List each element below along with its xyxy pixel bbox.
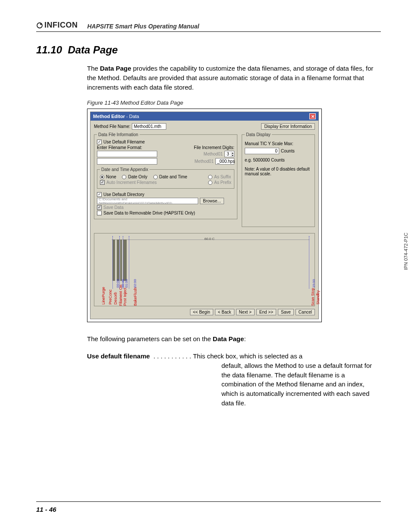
browse-button[interactable]: Browse...	[200, 198, 224, 204]
save-data-checkbox	[97, 205, 102, 210]
cancel-button[interactable]: Cancel	[296, 309, 315, 315]
directory-path-input[interactable]: C:\Documents and Settings\ssmith\Desktop…	[97, 198, 198, 204]
wizard-nav: << Begin < Back Next > End >> Save Cance…	[94, 309, 315, 315]
param-dots: . . . . . . . . . . .	[150, 352, 193, 361]
use-default-filename-label: Use Default Filename	[103, 140, 145, 144]
radio-none[interactable]	[100, 175, 104, 179]
group-data-file-info: Data File Information Use Default Filena…	[94, 132, 237, 219]
page-number: 11 - 46	[36, 506, 56, 513]
method-file-input[interactable]: Method01.mth	[132, 123, 166, 130]
preview2-left: Method01	[195, 159, 214, 164]
method-file-label: Method File Name:	[94, 124, 130, 129]
section-heading: 11.10 Data Page	[36, 44, 381, 56]
use-default-filename-checkbox[interactable]	[97, 140, 102, 144]
filename-format-input[interactable]	[97, 151, 157, 157]
radio-as-suffix	[208, 175, 212, 179]
begin-button[interactable]: << Begin	[190, 309, 213, 315]
manual-tic-input[interactable]: 0	[245, 148, 279, 154]
param-desc-rest: default, allows the Method to use a defa…	[221, 361, 381, 408]
followup-paragraph: The following parameters can be set on t…	[87, 334, 381, 344]
window-title: Method Editor - Data	[93, 114, 139, 119]
close-icon[interactable]: ✕	[309, 113, 316, 119]
save-button[interactable]: Save	[278, 309, 294, 315]
page-header: INFICON HAPSITE Smart Plus Operating Man…	[36, 21, 381, 32]
note-text: Note: A value of 0 disables default manu…	[245, 167, 312, 176]
end-button[interactable]: End >>	[256, 309, 276, 315]
timeline-chart: 60.0 C 00:00 00:48 01:00 02:00 15:00 Lin…	[94, 233, 315, 306]
figure-caption: Figure 11-43 Method Editor Data Page	[87, 100, 381, 106]
group-data-display: Data Display Manual TIC Y Scale Max: 0 C…	[242, 132, 315, 227]
param-desc-line1: This check box, which is selected as a	[193, 352, 302, 361]
footer-rule	[36, 501, 381, 502]
manual-tic-label: Manual TIC Y Scale Max:	[245, 141, 312, 146]
section-title: Data Page	[68, 44, 118, 56]
intro-paragraph: The Data Page provides the capability to…	[87, 64, 381, 92]
param-block: Use default filename . . . . . . . . . .…	[87, 352, 381, 408]
save-removable-checkbox[interactable]	[97, 211, 102, 215]
use-default-directory-checkbox[interactable]	[97, 192, 102, 197]
section-number: 11.10	[36, 44, 62, 56]
file-inc-digits-spinner[interactable]: 3 ▲▼	[224, 151, 234, 157]
brand-logo: INFICON	[36, 21, 78, 30]
screenshot-frame: Method Editor - Data ✕ Method File Name:…	[87, 109, 322, 322]
radio-date-only[interactable]	[122, 175, 126, 179]
back-button[interactable]: < Back	[215, 309, 234, 315]
preview2-right: _000.hps	[215, 158, 234, 165]
next-button[interactable]: Next >	[236, 309, 255, 315]
param-term: Use default filename	[87, 352, 150, 361]
radio-as-prefix	[208, 180, 212, 185]
timeline-temp: 60.0 C	[205, 237, 215, 241]
display-error-button[interactable]: Display Error Information	[261, 123, 315, 130]
group-date-time-appendix: Date and Time Appendix None Date Only	[97, 167, 234, 189]
enter-format-label: Enter Filename Format:	[97, 145, 142, 150]
side-note: IPN 074-472-P1C	[403, 233, 408, 270]
auto-increment-checkbox	[100, 180, 105, 185]
radio-date-time[interactable]	[153, 175, 158, 179]
svg-point-1	[40, 23, 42, 25]
preview1-left: Method01	[204, 152, 223, 156]
brand-text: INFICON	[44, 21, 78, 30]
manual-title: HAPSITE Smart Plus Operating Manual	[87, 23, 199, 30]
file-inc-digits-label: File Increment Digits:	[194, 145, 234, 150]
window: Method Editor - Data ✕ Method File Name:…	[90, 112, 319, 319]
filename-preview-input[interactable]	[97, 158, 157, 165]
eg-text: e.g. 5000000 Counts	[245, 158, 312, 162]
window-titlebar: Method Editor - Data ✕	[90, 112, 318, 121]
